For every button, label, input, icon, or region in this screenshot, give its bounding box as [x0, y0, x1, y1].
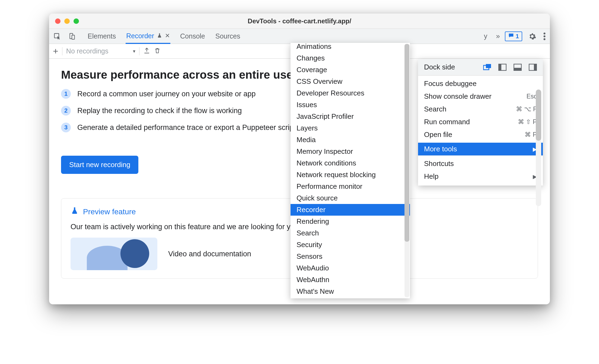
window-title: DevTools - coffee-cart.netlify.app/	[248, 17, 351, 25]
more-tools-item[interactable]: Performance monitor	[291, 181, 410, 192]
svg-point-4	[544, 35, 546, 37]
menu-open-file[interactable]: Open file⌘ P	[418, 128, 543, 141]
new-recording-icon[interactable]: +	[53, 46, 58, 56]
menu-more-tools[interactable]: More tools▶	[418, 143, 543, 155]
device-toolbar-icon[interactable]	[68, 33, 77, 40]
more-tools-item[interactable]: WebAudio	[291, 262, 410, 274]
dock-right-icon[interactable]	[529, 64, 537, 71]
more-tools-item[interactable]: WebAuthn	[291, 274, 410, 286]
dock-side-row: Dock side	[418, 59, 543, 75]
more-tools-item[interactable]: Search	[291, 227, 410, 239]
tab-sources[interactable]: Sources	[215, 29, 241, 44]
menu-search[interactable]: Search⌘ ⌥ F	[418, 103, 543, 116]
more-tools-item[interactable]: Animations	[291, 42, 410, 52]
close-window-button[interactable]	[55, 18, 60, 24]
close-tab-icon[interactable]: ✕	[165, 32, 170, 39]
dock-bottom-icon[interactable]	[514, 64, 522, 71]
more-tools-submenu: AnimationsChangesCoverageCSS OverviewDev…	[291, 43, 410, 298]
more-tools-item[interactable]: Quick source	[291, 192, 410, 204]
window-controls	[55, 18, 79, 24]
more-tools-item[interactable]: CSS Overview	[291, 76, 410, 87]
step-number: 2	[61, 106, 71, 116]
menu-help[interactable]: Help▶	[418, 170, 543, 183]
main-menu: Dock side Focus debuggee Show console dr…	[418, 59, 543, 186]
more-tools-item[interactable]: Rendering	[291, 216, 410, 227]
more-tools-item[interactable]: Issues	[291, 99, 410, 111]
more-tools-item[interactable]: Network request blocking	[291, 169, 410, 181]
tab-recorder[interactable]: Recorder ✕	[126, 29, 170, 44]
more-tools-item[interactable]: Sensors	[291, 251, 410, 262]
svg-rect-9	[499, 64, 501, 71]
svg-rect-11	[514, 68, 521, 71]
more-tools-item[interactable]: Memory Inspector	[291, 146, 410, 157]
separator	[62, 47, 62, 55]
step-number: 3	[61, 123, 71, 132]
video-label: Video and documentation	[168, 250, 251, 258]
scrollbar-thumb[interactable]	[536, 90, 541, 141]
export-icon[interactable]	[143, 47, 150, 55]
minimize-window-button[interactable]	[64, 18, 70, 24]
chevron-down-icon: ▾	[133, 48, 135, 54]
svg-rect-13	[534, 64, 537, 71]
more-tabs-icon[interactable]: »	[496, 32, 500, 40]
more-tools-item[interactable]: Layers	[291, 122, 410, 134]
scrollbar[interactable]	[404, 44, 409, 297]
kebab-menu-icon[interactable]	[542, 33, 547, 40]
panel-tabs: Elements Recorder ✕ Console Sources	[87, 29, 241, 44]
video-thumbnail[interactable]	[71, 238, 157, 270]
tab-console[interactable]: Console	[180, 29, 206, 44]
more-tools-item[interactable]: Coverage	[291, 64, 410, 76]
flask-icon	[71, 207, 79, 217]
issues-badge[interactable]: 1	[505, 31, 522, 41]
maximize-window-button[interactable]	[74, 18, 79, 24]
menu-shortcuts[interactable]: Shortcuts	[418, 157, 543, 170]
tab-elements[interactable]: Elements	[87, 29, 116, 44]
menu-show-console-drawer[interactable]: Show console drawerEsc	[418, 90, 543, 103]
issues-count: 1	[516, 33, 519, 40]
more-tools-item[interactable]: Network conditions	[291, 157, 410, 169]
step-number: 1	[61, 89, 71, 99]
svg-point-5	[544, 38, 546, 40]
more-tools-item[interactable]: Changes	[291, 52, 410, 64]
dropdown-placeholder: No recordings	[66, 47, 109, 55]
more-tools-item[interactable]: Developer Resources	[291, 87, 410, 99]
flask-icon	[157, 32, 162, 40]
inspect-element-icon[interactable]	[52, 33, 62, 40]
separator	[139, 47, 139, 55]
menu-run-command[interactable]: Run command⌘ ⇧ P	[418, 116, 543, 128]
menu-focus-debuggee[interactable]: Focus debuggee	[418, 77, 543, 90]
scrollbar[interactable]	[536, 90, 541, 206]
devtools-tabbar: Elements Recorder ✕ Console Sources y » …	[49, 29, 550, 44]
more-tools-item[interactable]: Media	[291, 134, 410, 146]
more-tools-item[interactable]: JavaScript Profiler	[291, 111, 410, 122]
more-tools-item[interactable]: What's New	[291, 286, 410, 297]
start-recording-button[interactable]: Start new recording	[61, 156, 138, 174]
svg-rect-7	[486, 64, 491, 68]
dock-side-label: Dock side	[424, 63, 476, 71]
recordings-dropdown[interactable]: No recordings ▾	[66, 47, 135, 55]
dock-undock-icon[interactable]	[483, 64, 491, 71]
svg-rect-2	[72, 35, 75, 39]
more-tools-item[interactable]: Recorder	[291, 204, 410, 216]
scrollbar-thumb[interactable]	[404, 44, 409, 242]
svg-point-3	[544, 33, 546, 34]
dock-left-icon[interactable]	[498, 64, 506, 71]
titlebar: DevTools - coffee-cart.netlify.app/	[49, 14, 550, 29]
devtools-window: DevTools - coffee-cart.netlify.app/ Elem…	[49, 14, 550, 304]
settings-icon[interactable]	[527, 32, 537, 40]
more-tools-item[interactable]: Security	[291, 239, 410, 251]
delete-icon[interactable]	[154, 47, 161, 55]
message-icon	[508, 33, 514, 40]
tab-overflow-hint: y	[484, 32, 488, 40]
